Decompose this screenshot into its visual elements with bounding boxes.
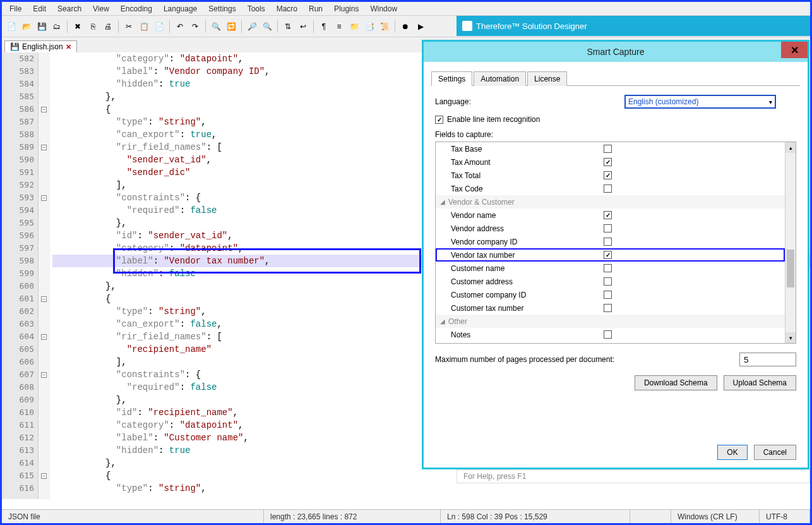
field-row[interactable]: Vendor tax number <box>436 248 785 262</box>
field-checkbox[interactable] <box>604 238 612 246</box>
scroll-thumb[interactable] <box>787 250 794 287</box>
sync-scroll-icon[interactable]: ⇅ <box>281 20 295 33</box>
separator <box>241 20 242 33</box>
field-label: Customer name <box>451 264 604 273</box>
tab-license[interactable]: License <box>527 71 567 86</box>
menu-language[interactable]: Language <box>158 3 202 15</box>
menu-encoding[interactable]: Encoding <box>116 3 157 15</box>
field-row[interactable]: Notes <box>436 328 785 341</box>
tab-automation[interactable]: Automation <box>474 71 526 86</box>
zoom-out-icon[interactable]: 🔍 <box>260 20 274 33</box>
menu-search[interactable]: Search <box>52 3 87 15</box>
undo-icon[interactable]: ↶ <box>173 20 187 33</box>
scroll-down-icon[interactable]: ▾ <box>785 332 796 343</box>
close-icon[interactable]: ✖ <box>71 20 85 33</box>
field-label: Vendor tax number <box>451 251 604 260</box>
close-all-icon[interactable]: ⎘ <box>86 20 100 33</box>
print-icon[interactable]: 🖨 <box>101 20 115 33</box>
menubar: FileEditSearchViewEncodingLanguageSettin… <box>2 2 810 16</box>
tab-settings[interactable]: Settings <box>431 71 472 86</box>
menu-tools[interactable]: Tools <box>242 3 270 15</box>
field-row[interactable]: Tax Base <box>436 142 785 155</box>
separator <box>205 20 206 33</box>
field-label: Customer address <box>451 277 604 286</box>
field-checkbox[interactable] <box>604 264 612 272</box>
field-label: Customer company ID <box>451 291 604 299</box>
open-file-icon[interactable]: 📂 <box>20 20 33 33</box>
field-checkbox[interactable] <box>604 184 612 193</box>
menu-view[interactable]: View <box>88 3 114 15</box>
max-pages-input[interactable] <box>739 353 796 366</box>
field-checkbox[interactable] <box>604 158 612 166</box>
paste-icon[interactable]: 📄 <box>152 20 166 33</box>
field-checkbox[interactable] <box>604 291 612 299</box>
ok-button[interactable]: OK <box>717 445 747 460</box>
func-list-icon[interactable]: 📜 <box>378 20 391 33</box>
replace-icon[interactable]: 🔁 <box>224 20 238 33</box>
new-file-icon[interactable]: 📄 <box>4 20 18 33</box>
menu-window[interactable]: Window <box>365 3 402 15</box>
save-icon[interactable]: 💾 <box>35 20 49 33</box>
menu-file[interactable]: File <box>4 3 27 15</box>
field-row[interactable]: Customer tax number <box>436 301 785 315</box>
field-checkbox[interactable] <box>604 224 612 232</box>
field-label: Tax Total <box>451 171 604 180</box>
field-row[interactable]: Tax Code <box>436 182 785 195</box>
menu-macro[interactable]: Macro <box>272 3 302 15</box>
save-all-icon[interactable]: 🗂 <box>50 20 64 33</box>
dialog-tabs: SettingsAutomationLicense <box>431 71 800 86</box>
fields-list[interactable]: Tax BaseTax AmountTax TotalTax Code◢Vend… <box>436 142 785 343</box>
max-pages-label: Maximum number of pages processed per do… <box>435 355 614 364</box>
download-schema-button[interactable]: Download Schema <box>635 375 717 390</box>
play-macro-icon[interactable]: ▶ <box>414 20 427 33</box>
copy-icon[interactable]: 📋 <box>137 20 151 33</box>
field-checkbox[interactable] <box>604 171 612 179</box>
menu-run[interactable]: Run <box>304 3 328 15</box>
field-group[interactable]: ◢Vendor & Customer <box>436 195 785 208</box>
find-icon[interactable]: 🔍 <box>209 20 223 33</box>
folder-icon[interactable]: 📁 <box>347 20 361 33</box>
field-row[interactable]: Customer address <box>436 275 785 288</box>
field-label: Tax Code <box>451 184 604 193</box>
field-label: Customer tax number <box>451 304 604 313</box>
therefore-title-bar[interactable]: Therefore™ Solution Designer <box>457 16 809 35</box>
redo-icon[interactable]: ↷ <box>188 20 202 33</box>
field-group[interactable]: ◢Other <box>436 315 785 328</box>
field-row[interactable]: Customer company ID <box>436 288 785 301</box>
menu-edit[interactable]: Edit <box>28 3 51 15</box>
field-row[interactable]: Tax Total <box>436 169 785 182</box>
field-row[interactable]: Vendor company ID <box>436 235 785 248</box>
field-checkbox[interactable] <box>604 277 612 286</box>
dialog-title-bar[interactable]: Smart Capture ✕ <box>424 42 808 62</box>
upload-schema-button[interactable]: Upload Schema <box>724 375 796 390</box>
cut-icon[interactable]: ✂ <box>122 20 136 33</box>
language-select[interactable]: English (customized) ▾ <box>624 95 776 109</box>
field-checkbox[interactable] <box>604 330 612 339</box>
field-row[interactable]: Tax Amount <box>436 155 785 169</box>
cancel-button[interactable]: Cancel <box>754 445 796 460</box>
record-macro-icon[interactable]: ⏺ <box>398 20 412 33</box>
therefore-title-text: Therefore™ Solution Designer <box>476 21 587 31</box>
file-tab[interactable]: 💾 English.json ✕ <box>4 40 77 52</box>
field-group-label: Other <box>448 317 467 326</box>
doc-map-icon[interactable]: 📑 <box>362 20 376 33</box>
fold-column[interactable]: −−−−−−− <box>39 52 50 499</box>
indent-guide-icon[interactable]: ≡ <box>332 20 346 33</box>
field-row[interactable]: Vendor address <box>436 222 785 235</box>
menu-plugins[interactable]: Plugins <box>329 3 364 15</box>
show-all-icon[interactable]: ¶ <box>317 20 331 33</box>
field-checkbox[interactable] <box>604 145 612 153</box>
enable-line-item-checkbox[interactable] <box>435 116 443 124</box>
tab-close-icon[interactable]: ✕ <box>66 43 71 51</box>
wrap-icon[interactable]: ↩ <box>296 20 310 33</box>
field-row[interactable]: Customer name <box>436 262 785 275</box>
field-row[interactable]: Vendor name <box>436 208 785 222</box>
menu-settings[interactable]: Settings <box>203 3 241 15</box>
scrollbar[interactable]: ▴ ▾ <box>785 142 796 343</box>
field-checkbox[interactable] <box>604 211 612 219</box>
dialog-close-button[interactable]: ✕ <box>781 42 808 58</box>
field-checkbox[interactable] <box>604 251 612 259</box>
field-checkbox[interactable] <box>604 304 612 312</box>
zoom-in-icon[interactable]: 🔎 <box>245 20 259 33</box>
scroll-up-icon[interactable]: ▴ <box>785 142 796 153</box>
